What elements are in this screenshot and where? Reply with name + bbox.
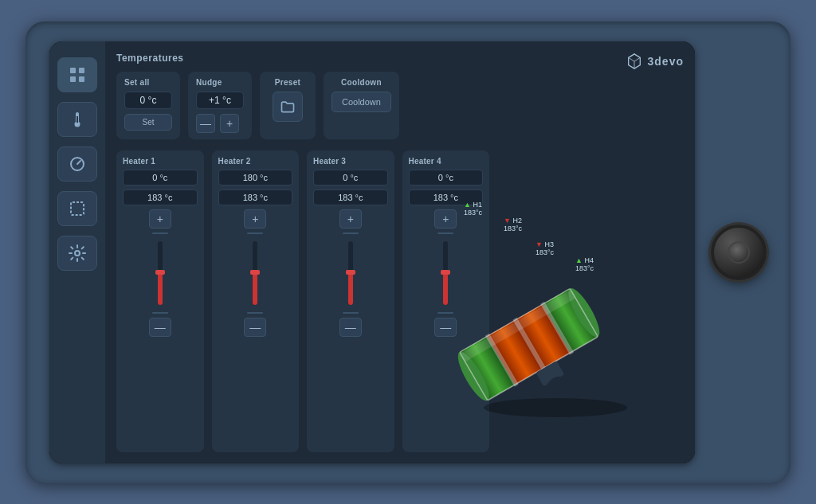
layout-icon (68, 65, 87, 84)
set-all-group: Set all 0 °c Set (116, 72, 180, 139)
set-all-label: Set all (124, 78, 172, 87)
heater-3-plus-button[interactable]: + (339, 209, 362, 229)
heater-3-slider-thumb (346, 270, 355, 275)
set-all-value[interactable]: 0 °c (124, 92, 172, 109)
speed-icon (68, 154, 87, 174)
svg-line-7 (77, 161, 80, 164)
heater-1-actual: 183 °c (123, 189, 198, 205)
heater-2-plus-button[interactable]: + (244, 209, 266, 229)
nudge-minus-button[interactable]: — (196, 114, 215, 133)
h2-temp: 183°c (504, 225, 522, 232)
h2-temp-label: ▼ H2 183°c (504, 217, 522, 232)
h3-arrow-down: ▼ (536, 240, 543, 248)
h2-arrow-down: ▼ (504, 217, 511, 225)
svg-rect-3 (79, 76, 84, 82)
extruder-svg (440, 248, 663, 424)
svg-point-11 (484, 398, 627, 417)
logo-area: 3devo (626, 53, 684, 70)
sidebar-item-layout[interactable] (57, 57, 97, 92)
top-controls: Set all 0 °c Set Nudge +1 °c — + Preset (116, 72, 684, 139)
heater-4-label: Heater 4 (409, 157, 441, 166)
heater-1-plus-button[interactable]: + (149, 209, 171, 229)
folder-icon (280, 99, 296, 115)
cooldown-label: Cooldown (341, 78, 382, 87)
brand-icon (626, 53, 643, 70)
h3-id: H3 (544, 240, 554, 248)
heater-1-slider-fill (158, 273, 163, 305)
brand-name: 3devo (648, 55, 684, 68)
heater-3-slider[interactable] (348, 241, 353, 305)
cooldown-button[interactable]: Cooldown (332, 92, 391, 112)
heater-2-actual: 183 °c (218, 189, 293, 205)
heater-3-slider-fill (348, 273, 353, 305)
cooldown-group: Cooldown Cooldown (324, 72, 399, 139)
svg-rect-2 (70, 76, 76, 82)
knob-container (711, 225, 767, 280)
heater-visualization: ▲ H1 183°c ▼ H2 183°c ▼ H3 183°c ▲ H4 (440, 201, 695, 455)
heater-2-label: Heater 2 (218, 157, 251, 166)
sidebar-item-speed[interactable] (57, 147, 97, 182)
preset-button[interactable] (273, 92, 303, 122)
svg-point-9 (75, 251, 80, 256)
sidebar-item-temperature[interactable] (57, 102, 97, 137)
svg-rect-1 (79, 68, 84, 73)
settings-icon (68, 244, 87, 263)
heater-1-slider-thumb (155, 270, 165, 275)
preset-label: Preset (275, 78, 300, 87)
nudge-label: Nudge (196, 78, 244, 87)
heater-2-divider-2 (247, 312, 263, 314)
heater-2-setpoint[interactable]: 180 °c (218, 170, 293, 186)
h1-id: H1 (473, 201, 482, 209)
heater-1-slider[interactable] (158, 241, 163, 305)
heater-2-minus-button[interactable]: — (244, 318, 266, 337)
heater-1-column: Heater 1 0 °c 183 °c + — (116, 150, 204, 452)
heater-1-divider (152, 232, 168, 234)
h1-temp: 183°c (464, 209, 482, 217)
heater-1-minus-button[interactable]: — (149, 318, 171, 337)
heater-4-setpoint[interactable]: 0 °c (409, 170, 484, 186)
h1-arrow-up: ▲ (464, 201, 471, 209)
rotary-knob[interactable] (711, 225, 767, 280)
svg-rect-6 (76, 116, 78, 123)
nudge-group: Nudge +1 °c — + (188, 72, 252, 139)
svg-rect-8 (71, 202, 84, 215)
h1-temp-label: ▲ H1 183°c (464, 201, 482, 217)
heater-2-slider-thumb (250, 270, 260, 275)
heater-3-minus-button[interactable]: — (339, 318, 362, 337)
shape-icon (68, 199, 87, 218)
h2-id: H2 (512, 217, 522, 225)
screen: Temperatures Set all 0 °c Set Nudge +1 °… (49, 41, 695, 463)
heater-3-divider (343, 232, 359, 234)
heater-1-label: Heater 1 (123, 157, 155, 166)
thermometer-icon (68, 110, 87, 129)
heater-3-actual: 183 °c (313, 189, 388, 205)
section-title: Temperatures (116, 53, 684, 64)
set-all-button[interactable]: Set (124, 114, 172, 131)
heater-2-slider[interactable] (253, 241, 257, 305)
svg-rect-0 (70, 68, 76, 73)
sidebar (49, 41, 105, 463)
heater-2-slider-fill (253, 273, 257, 305)
nudge-controls: — + (196, 114, 244, 133)
sidebar-item-shape[interactable] (57, 191, 97, 226)
main-content: Temperatures Set all 0 °c Set Nudge +1 °… (105, 41, 695, 463)
heater-3-label: Heater 3 (313, 157, 346, 166)
sidebar-item-settings[interactable] (57, 236, 97, 271)
heater-2-column: Heater 2 180 °c 183 °c + — (212, 150, 300, 452)
heater-3-divider-2 (343, 312, 359, 314)
device-body: Temperatures Set all 0 °c Set Nudge +1 °… (26, 21, 790, 483)
nudge-value[interactable]: +1 °c (196, 92, 244, 109)
heater-3-setpoint[interactable]: 0 °c (313, 170, 388, 186)
heater-1-setpoint[interactable]: 0 °c (123, 170, 198, 186)
knob-center (728, 241, 750, 264)
heater-3-column: Heater 3 0 °c 183 °c + — (307, 150, 394, 452)
preset-group: Preset (260, 72, 316, 139)
heater-2-divider (247, 232, 263, 234)
heater-1-divider-2 (152, 312, 168, 314)
nudge-plus-button[interactable]: + (220, 114, 239, 133)
